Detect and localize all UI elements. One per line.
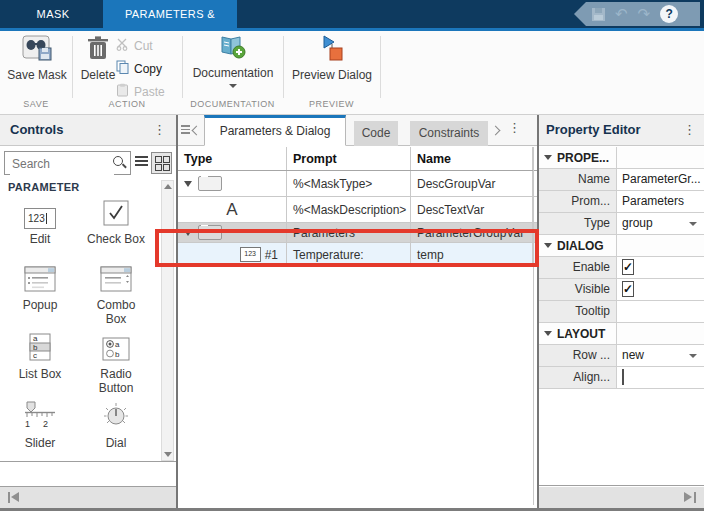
type-dropdown[interactable]: group — [617, 213, 704, 234]
tab-code[interactable]: Code — [354, 121, 398, 146]
control-item-label: Check Box — [86, 232, 146, 246]
group-separator — [283, 36, 284, 98]
cell-name[interactable]: DescGroupVar — [411, 171, 533, 196]
twisty-collapse-icon[interactable] — [184, 181, 192, 187]
save-mask-label: Save Mask — [6, 68, 68, 82]
editor-tabs-menu-icon[interactable]: ⋮ — [508, 113, 521, 143]
table-row-temperature[interactable]: 123 #1 Temperature: temp — [178, 243, 537, 267]
cell-prompt[interactable]: %<MaskType> — [287, 171, 411, 196]
prop-row-enable: Enable ✓ — [539, 257, 704, 279]
documentation-label: Documentation — [188, 66, 278, 80]
scroll-tabs-left-icon[interactable] — [192, 126, 202, 136]
tooltip-value-field[interactable] — [617, 301, 704, 322]
row-index-label: #1 — [265, 248, 278, 262]
cell-name[interactable]: temp — [411, 243, 533, 266]
popup-control-icon — [24, 266, 56, 295]
control-item-edit[interactable]: 123 Edit — [4, 199, 76, 257]
save-icon[interactable] — [592, 8, 605, 21]
clipboard-icon — [116, 83, 129, 100]
documentation-icon — [219, 49, 247, 63]
listbox-control-icon: abc — [29, 333, 51, 364]
collapse-right-pane-icon[interactable] — [684, 492, 696, 503]
delete-label: Delete — [78, 68, 118, 82]
tab-mask-editor[interactable]: MASK EDITOR — [18, 0, 88, 28]
prop-label: Row ... — [539, 345, 617, 366]
name-value-field[interactable]: ParameterGr... — [617, 169, 704, 190]
tab-constraints[interactable]: Constraints — [410, 121, 488, 146]
tab-list-icon[interactable] — [181, 125, 190, 136]
control-item-radio-button[interactable]: ab Radio Button — [80, 334, 152, 395]
twisty-collapse-icon[interactable] — [544, 243, 552, 248]
controls-menu-icon[interactable]: ⋮ — [153, 115, 166, 145]
delete-button[interactable]: Delete — [78, 34, 118, 82]
group-separator — [380, 36, 381, 98]
control-item-popup[interactable]: Popup — [4, 265, 76, 326]
prompt-value-field[interactable]: Parameters — [617, 191, 704, 212]
tab-parameters-and-dialog[interactable]: Parameters & Dialog — [204, 115, 346, 146]
preview-dialog-button[interactable]: Preview Dialog — [288, 34, 376, 82]
visible-checkbox[interactable]: ✓ — [622, 281, 634, 297]
section-label: DIALOG — [557, 239, 604, 253]
cell-prompt[interactable]: Parameters — [287, 223, 411, 242]
help-icon[interactable]: ? — [660, 5, 678, 23]
row-dropdown[interactable]: new — [617, 345, 704, 366]
scroll-down-icon[interactable] — [164, 452, 172, 457]
controls-palette: 123 Edit Check Box Popup — [2, 199, 158, 461]
prop-label: Prom... — [539, 191, 617, 212]
cut-button[interactable]: Cut — [116, 38, 153, 54]
group-icon — [198, 225, 222, 240]
control-item-label: Combo Box — [86, 298, 146, 326]
scissors-icon — [116, 38, 129, 54]
align-checkbox[interactable] — [622, 369, 624, 385]
control-item-combo-box[interactable]: Combo Box — [80, 265, 152, 326]
search-icon[interactable] — [113, 156, 126, 169]
documentation-button[interactable]: Documentation — [188, 34, 278, 88]
toolstrip: Save Mask SAVE Delete — [0, 31, 704, 115]
paste-button[interactable]: Paste — [116, 83, 165, 100]
table-row-parameters-group[interactable]: Parameters ParameterGroupVar — [178, 223, 537, 243]
cell-prompt[interactable]: Temperature: — [287, 243, 411, 266]
control-item-slider[interactable]: 12 Slider — [4, 403, 76, 461]
section-dialog[interactable]: DIALOG — [539, 235, 704, 257]
twisty-collapse-icon[interactable] — [544, 155, 552, 160]
cell-name[interactable]: ParameterGroupVar — [411, 223, 533, 242]
preview-dialog-icon — [318, 51, 346, 65]
grid-view-icon[interactable] — [151, 152, 172, 174]
save-mask-button[interactable]: Save Mask — [6, 34, 68, 82]
save-group-label: SAVE — [0, 99, 72, 109]
section-layout[interactable]: LAYOUT — [539, 323, 704, 345]
undo-icon[interactable]: ↶ — [615, 4, 628, 24]
table-row-mask-type[interactable]: %<MaskType> DescGroupVar — [178, 171, 537, 197]
twisty-collapse-icon[interactable] — [184, 230, 192, 236]
redo-icon[interactable]: ↷ — [638, 4, 651, 24]
cell-prompt[interactable]: %<MaskDescription> — [287, 197, 411, 222]
list-view-icon[interactable] — [135, 156, 149, 169]
scroll-tabs-right-icon[interactable] — [491, 126, 501, 136]
svg-text:a: a — [115, 340, 120, 349]
section-label: LAYOUT — [557, 327, 605, 341]
controls-scrollbar[interactable] — [161, 180, 174, 461]
enable-checkbox[interactable]: ✓ — [622, 259, 634, 275]
search-input[interactable] — [10, 153, 114, 175]
twisty-collapse-icon[interactable] — [544, 331, 552, 336]
control-item-check-box[interactable]: Check Box — [80, 199, 152, 257]
property-editor-menu-icon[interactable]: ⋮ — [683, 115, 696, 145]
svg-text:c: c — [33, 351, 37, 360]
collapse-left-pane-icon[interactable] — [8, 492, 20, 503]
controls-panel-title: Controls — [0, 115, 63, 145]
property-editor-title: Property Editor — [539, 115, 641, 145]
control-item-dial[interactable]: Dial — [80, 403, 152, 461]
copy-icon — [116, 60, 129, 77]
controls-footer-strip — [0, 461, 176, 487]
mask-editor-window: MASK EDITOR PARAMETERS & DIALOG ↶ ↷ ? — [0, 0, 704, 511]
cell-name[interactable]: DescTextVar — [411, 197, 533, 222]
copy-button[interactable]: Copy — [116, 60, 162, 77]
section-label: PROPE... — [557, 151, 609, 165]
section-properties[interactable]: PROPE... — [539, 147, 704, 169]
control-item-list-box[interactable]: abc List Box — [4, 334, 76, 395]
chevron-down-icon — [689, 354, 697, 358]
tab-parameters-dialog[interactable]: PARAMETERS & DIALOG — [103, 0, 237, 28]
table-row-mask-description[interactable]: A %<MaskDescription> DescTextVar — [178, 197, 537, 223]
scroll-up-icon[interactable] — [164, 184, 172, 189]
property-editor-header: Property Editor ⋮ — [539, 115, 704, 146]
